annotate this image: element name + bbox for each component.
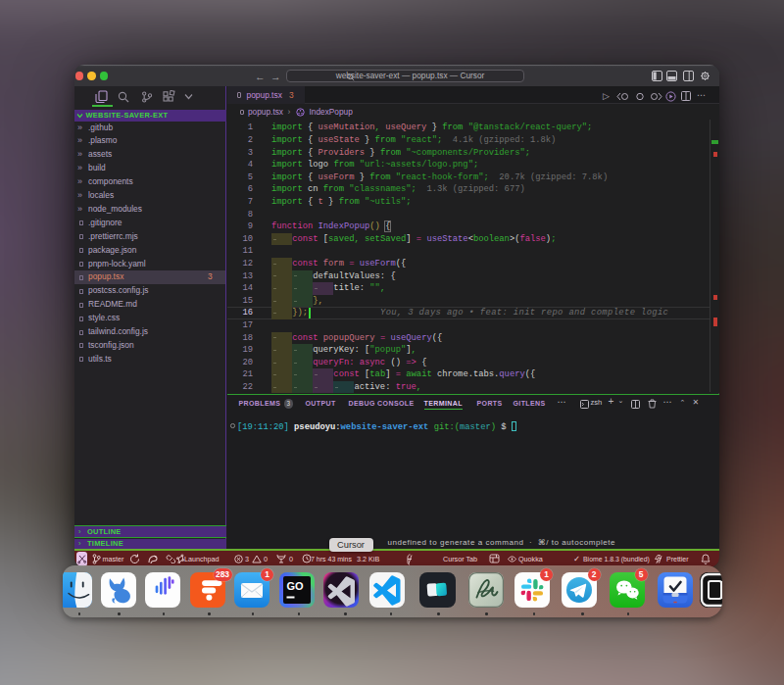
svg-text:GO: GO — [286, 580, 304, 592]
